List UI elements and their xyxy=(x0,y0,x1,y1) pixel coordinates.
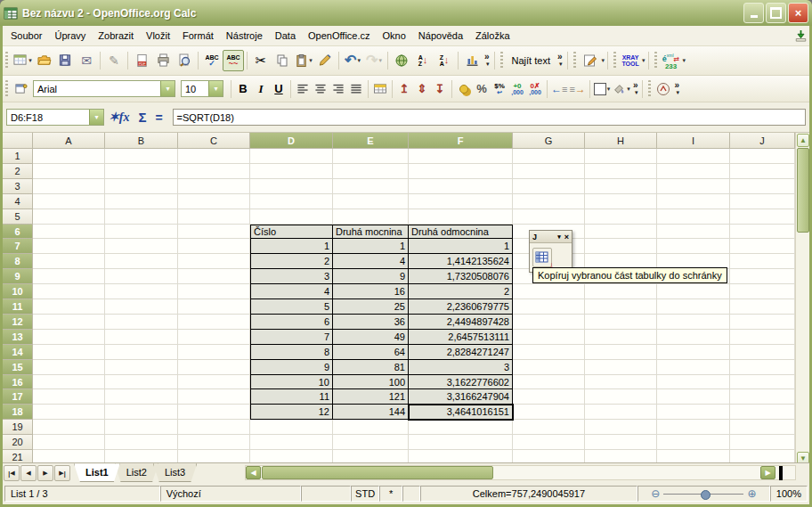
name-box[interactable]: D6:F18 ▾ xyxy=(6,109,104,126)
cell-d7[interactable]: 1 xyxy=(250,239,333,254)
cell-d9[interactable]: 3 xyxy=(250,269,333,284)
cell-e16[interactable]: 100 xyxy=(333,375,409,390)
cell-f11[interactable]: 2,2360679775 xyxy=(409,299,513,315)
zoom-slider-thumb[interactable] xyxy=(701,490,710,500)
menu-zobrazit[interactable]: Zobrazit xyxy=(92,29,140,43)
add-decimal-button[interactable]: +0,000 xyxy=(508,79,526,99)
column-header-f[interactable]: F xyxy=(409,133,513,149)
italic-button[interactable]: I xyxy=(252,79,270,99)
maximize-button[interactable] xyxy=(766,3,786,23)
align-bottom-button[interactable]: ↧ xyxy=(431,79,449,99)
sum-icon[interactable]: Σ xyxy=(138,110,146,125)
formatting-toolbar-grip[interactable] xyxy=(5,80,8,98)
delete-decimal-button[interactable]: 0✗,000 xyxy=(526,79,544,99)
cell-f17[interactable]: 3,3166247904 xyxy=(409,389,513,405)
zoom-slider[interactable] xyxy=(663,494,743,495)
cell-d12[interactable]: 6 xyxy=(250,315,333,330)
menu-nastroje[interactable]: Nástroje xyxy=(220,29,269,43)
close-button[interactable]: × xyxy=(788,3,808,23)
exml-toolbar-grip[interactable] xyxy=(654,52,657,70)
bold-button[interactable]: B xyxy=(234,79,252,99)
column-header-d[interactable]: D xyxy=(250,133,333,149)
row-header-7[interactable]: 7 xyxy=(3,239,33,254)
undo-button[interactable]: ↶▾ xyxy=(342,50,363,71)
title-bar[interactable]: Bez názvu 2 - OpenOffice.org Calc × xyxy=(0,0,812,26)
cell-e12[interactable]: 36 xyxy=(333,315,409,330)
row-header-4[interactable]: 4 xyxy=(3,194,33,209)
cell-e13[interactable]: 49 xyxy=(333,330,409,345)
first-sheet-button[interactable]: |◀ xyxy=(4,465,20,481)
column-header-j[interactable]: J xyxy=(730,133,795,149)
percent-format-button[interactable]: % xyxy=(473,79,491,99)
edit-page-icon[interactable] xyxy=(580,50,601,71)
toolbar-grip[interactable] xyxy=(5,52,8,70)
align-center-button[interactable] xyxy=(312,79,329,99)
email-document-icon[interactable]: ✉ xyxy=(76,50,97,71)
row-header-10[interactable]: 10 xyxy=(3,284,33,299)
menu-zalozka[interactable]: Záložka xyxy=(469,29,516,43)
font-name-combo[interactable]: Arial ▾ xyxy=(33,80,175,97)
insert-chart-button[interactable] xyxy=(461,50,483,71)
selection-mode-status[interactable]: STD xyxy=(351,486,379,502)
row-header-18[interactable]: 18 xyxy=(3,405,33,420)
column-header-g[interactable]: G xyxy=(513,133,585,149)
row-header-6[interactable]: 6 xyxy=(3,225,33,240)
hyperlink-button[interactable] xyxy=(391,50,412,71)
cells-area[interactable]: ABCDEFGHIJ123456789101112131415161718192… xyxy=(3,133,795,462)
split-handle[interactable] xyxy=(779,466,783,480)
cell-f10[interactable]: 2 xyxy=(409,284,513,299)
cell-f6[interactable]: Druhá odmocnina xyxy=(409,225,513,240)
zoom-level-status[interactable]: 100% xyxy=(770,486,808,502)
tab-list2[interactable]: List2 xyxy=(115,463,158,482)
formula-input[interactable]: =SQRT(D18) xyxy=(173,109,806,126)
tab-list3[interactable]: List3 xyxy=(153,463,197,482)
update-download-icon[interactable] xyxy=(792,26,809,45)
floating-toolbar-menu-icon[interactable]: ▾ xyxy=(557,233,561,241)
floating-toolbar-close-icon[interactable]: × xyxy=(564,233,569,241)
cell-d14[interactable]: 8 xyxy=(250,345,333,360)
cell-f15[interactable]: 3 xyxy=(409,360,513,375)
underline-button[interactable]: U xyxy=(270,79,288,99)
cell-d16[interactable]: 10 xyxy=(250,375,333,390)
borders-button[interactable]: ▾ xyxy=(593,79,612,99)
zoom-in-icon[interactable]: ⊕ xyxy=(747,487,756,500)
cell-d17[interactable]: 11 xyxy=(250,389,333,405)
scroll-left-button[interactable]: ◀ xyxy=(246,466,261,479)
column-header-c[interactable]: C xyxy=(178,133,250,149)
sort-ascending-button[interactable]: AZ↓ xyxy=(412,50,434,71)
cell-f7[interactable]: 1 xyxy=(409,239,513,254)
row-header-2[interactable]: 2 xyxy=(3,164,33,179)
find-toolbar-overflow[interactable]: »▾ xyxy=(557,53,563,68)
page-preview-button[interactable] xyxy=(174,50,195,71)
last-sheet-button[interactable]: ▶| xyxy=(54,465,70,481)
edit-file-button[interactable]: ✎ xyxy=(103,50,125,71)
styles-icon[interactable] xyxy=(12,79,29,99)
xray-toolbar-grip[interactable] xyxy=(613,52,616,70)
row-header-14[interactable]: 14 xyxy=(3,345,33,360)
row-header-11[interactable]: 11 xyxy=(3,299,33,315)
sort-descending-button[interactable]: ZA↓ xyxy=(434,50,455,71)
zoom-out-icon[interactable]: ⊖ xyxy=(651,487,660,500)
cell-d15[interactable]: 9 xyxy=(250,360,333,375)
row-header-3[interactable]: 3 xyxy=(3,179,33,194)
floating-toolbar-titlebar[interactable]: J ▾ × xyxy=(530,231,572,243)
toolbar-overflow-button[interactable]: »▾ xyxy=(484,53,490,68)
cell-e8[interactable]: 4 xyxy=(333,254,409,269)
row-header-1[interactable]: 1 xyxy=(3,149,33,164)
column-header-i[interactable]: I xyxy=(657,133,730,149)
cell-f13[interactable]: 2,6457513111 xyxy=(409,330,513,345)
menu-openoffice-cz[interactable]: OpenOffice.cz xyxy=(302,29,377,43)
circular-tool-icon[interactable] xyxy=(654,79,672,99)
menu-soubor[interactable]: Soubor xyxy=(4,29,48,43)
align-justify-button[interactable] xyxy=(347,79,365,99)
cell-d13[interactable]: 7 xyxy=(250,330,333,345)
spellcheck-button[interactable]: ABC✓ xyxy=(201,50,223,71)
export-pdf-button[interactable]: PDF xyxy=(131,50,152,71)
standard-format-button[interactable]: $%↩ xyxy=(491,79,508,99)
redo-button[interactable]: ↷▾ xyxy=(363,50,385,71)
cell-e17[interactable]: 121 xyxy=(333,389,409,405)
horizontal-scrollbar[interactable]: ◀ ▶ xyxy=(245,465,796,480)
open-button[interactable] xyxy=(33,50,54,71)
row-header-17[interactable]: 17 xyxy=(3,389,33,405)
row-header-5[interactable]: 5 xyxy=(3,209,33,225)
